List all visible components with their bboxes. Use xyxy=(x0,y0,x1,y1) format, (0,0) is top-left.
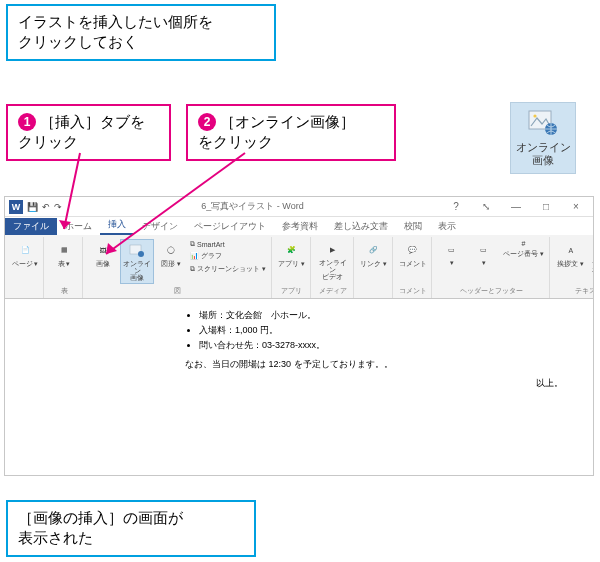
shapes-label: 図形 ▾ xyxy=(161,259,181,269)
comment-icon: 💬 xyxy=(404,241,422,259)
online-image-zoom-l1: オンライン xyxy=(516,141,571,153)
doc-paragraph: なお、当日の開場は 12:30 を予定しております。。 xyxy=(185,358,563,371)
apps-icon: 🧩 xyxy=(283,241,301,259)
ribbon-group-headerfoot: ▭ ▾ ▭ ▾ # ページ番号 ▾ ヘッダーとフッター xyxy=(434,237,550,298)
online-image-label: オンライン 画像 xyxy=(122,260,152,281)
screenshot-icon: ⧉ xyxy=(190,265,195,273)
pages-label: ページ ▾ xyxy=(12,259,39,269)
list-item: 入場料：1,000 円。 xyxy=(199,324,563,337)
footer-icon: ▭ xyxy=(475,241,493,259)
comment-button[interactable]: 💬 コメント xyxy=(398,239,428,271)
tab-design[interactable]: デザイン xyxy=(134,218,186,235)
picture-button[interactable]: 🖼 画像 xyxy=(88,239,118,284)
chart-button[interactable]: 📊 グラフ xyxy=(188,250,268,262)
video-label: オンライン ビデオ xyxy=(317,259,349,280)
smartart-icon: ⧉ xyxy=(190,240,195,248)
online-image-icon xyxy=(128,242,146,260)
tab-view[interactable]: 表示 xyxy=(430,218,464,235)
online-image-zoom-l2: 画像 xyxy=(532,154,554,166)
doc-bullet-list: 場所：文化会館 小ホール。 入場料：1,000 円。 問い合わせ先：03-327… xyxy=(185,309,563,352)
shapes-button[interactable]: ◯ 図形 ▾ xyxy=(156,239,186,284)
group-label-apps: アプリ xyxy=(277,284,307,296)
link-button[interactable]: 🔗 リンク ▾ xyxy=(359,239,389,271)
shapes-icon: ◯ xyxy=(162,241,180,259)
group-label-text: テキスト xyxy=(555,284,593,296)
ribbon-group-links: 🔗 リンク ▾ xyxy=(356,237,393,298)
svg-point-1 xyxy=(533,115,536,118)
pagenum-button[interactable]: # ページ番号 ▾ xyxy=(501,239,546,269)
tab-file[interactable]: ファイル xyxy=(5,218,57,235)
tab-layout[interactable]: ページレイアウト xyxy=(186,218,274,235)
textbox-button[interactable]: 🅰 テキスト ボックス ▾ xyxy=(589,239,593,282)
apps-label: アプリ ▾ xyxy=(278,259,305,269)
picture-label: 画像 xyxy=(96,259,110,269)
qat-save-icon[interactable]: 💾 xyxy=(27,202,38,212)
screenshot-button[interactable]: ⧉ スクリーンショット ▾ xyxy=(188,263,268,275)
textbox-label: テキスト ボックス ▾ xyxy=(590,259,593,280)
apps-button[interactable]: 🧩 アプリ ▾ xyxy=(277,239,307,271)
word-titlebar: W 💾 ↶ ↷ 6_写真やイラスト - Word ? ⤡ — □ × xyxy=(5,197,593,217)
greeting-button[interactable]: A 挨拶文 ▾ xyxy=(555,239,587,282)
step2-badge: 2 xyxy=(198,113,216,131)
word-window: W 💾 ↶ ↷ 6_写真やイラスト - Word ? ⤡ — □ × ファイル … xyxy=(4,196,594,476)
group-label-headerfoot: ヘッダーとフッター xyxy=(437,284,546,296)
tab-insert[interactable]: 挿入 xyxy=(100,216,134,235)
word-icon: W xyxy=(9,200,23,214)
doc-closing: 以上。 xyxy=(185,377,563,390)
ribbon-group-tables: ▦ 表 ▾ 表 xyxy=(46,237,83,298)
tab-mail[interactable]: 差し込み文書 xyxy=(326,218,396,235)
footer-button[interactable]: ▭ ▾ xyxy=(469,239,499,269)
close-icon[interactable]: × xyxy=(563,199,589,215)
ribbon-group-illustrations: 🖼 画像 オンライン 画像 ◯ 図形 ▾ ⧉ SmartArt xyxy=(85,237,272,298)
online-video-button[interactable]: ▶ オンライン ビデオ xyxy=(316,239,350,282)
header-label: ▾ xyxy=(450,259,454,267)
instruction-bottom-text: ［画像の挿入］の画面が 表示された xyxy=(18,509,183,546)
ribbon-group-text: A 挨拶文 ▾ 🅰 テキスト ボックス ▾ テキスト xyxy=(552,237,593,298)
group-label-illus: 図 xyxy=(88,284,268,296)
chart-icon: 📊 xyxy=(190,252,199,260)
smartart-button[interactable]: ⧉ SmartArt xyxy=(188,239,268,249)
chart-label: グラフ xyxy=(201,251,222,261)
ribbon-group-pages: 📄 ページ ▾ xyxy=(7,237,44,298)
ribbon-tabs: ファイル ホーム 挿入 デザイン ページレイアウト 参考資料 差し込み文書 校閲… xyxy=(5,217,593,235)
online-image-button[interactable]: オンライン 画像 xyxy=(120,239,154,284)
ribbon: 📄 ページ ▾ ▦ 表 ▾ 表 🖼 画像 xyxy=(5,235,593,299)
group-label-comments: コメント xyxy=(398,284,428,296)
tab-refs[interactable]: 参考資料 xyxy=(274,218,326,235)
group-label-tables: 表 xyxy=(49,284,79,296)
greeting-label: 挨拶文 ▾ xyxy=(557,259,584,269)
group-label-links xyxy=(359,294,389,296)
step2-callout: 2［オンライン画像］ をクリック xyxy=(186,104,396,161)
maximize-icon[interactable]: □ xyxy=(533,199,559,215)
screenshot-label: スクリーンショット ▾ xyxy=(197,264,266,274)
pages-button[interactable]: 📄 ページ ▾ xyxy=(10,239,40,271)
group-label-pages xyxy=(10,294,40,296)
ribbon-display-options-icon[interactable]: ⤡ xyxy=(473,199,499,215)
help-icon[interactable]: ? xyxy=(443,199,469,215)
ribbon-group-media: ▶ オンライン ビデオ メディア xyxy=(313,237,354,298)
video-icon: ▶ xyxy=(324,241,342,259)
step1-badge: 1 xyxy=(18,113,36,131)
ribbon-group-comments: 💬 コメント コメント xyxy=(395,237,432,298)
qat-undo-icon[interactable]: ↶ xyxy=(42,202,50,212)
minimize-icon[interactable]: — xyxy=(503,199,529,215)
page-icon: 📄 xyxy=(16,241,34,259)
qat-redo-icon[interactable]: ↷ xyxy=(54,202,62,212)
svg-point-4 xyxy=(138,251,144,257)
header-button[interactable]: ▭ ▾ xyxy=(437,239,467,269)
step1-text: ［挿入］タブを クリック xyxy=(18,113,145,150)
comment-label: コメント xyxy=(399,259,427,269)
step2-text: ［オンライン画像］ をクリック xyxy=(198,113,355,150)
tab-home[interactable]: ホーム xyxy=(57,218,100,235)
table-icon: ▦ xyxy=(55,241,73,259)
instruction-top: イラストを挿入したい個所を クリックしておく xyxy=(6,4,276,61)
instruction-bottom: ［画像の挿入］の画面が 表示された xyxy=(6,500,256,557)
document-area[interactable]: 場所：文化会館 小ホール。 入場料：1,000 円。 問い合わせ先：03-327… xyxy=(5,299,593,475)
group-label-media: メディア xyxy=(316,284,350,296)
step1-callout: 1［挿入］タブを クリック xyxy=(6,104,171,161)
online-image-zoom: オンライン 画像 xyxy=(510,102,576,174)
tab-review[interactable]: 校閲 xyxy=(396,218,430,235)
list-item: 問い合わせ先：03-3278-xxxx。 xyxy=(199,339,563,352)
table-button[interactable]: ▦ 表 ▾ xyxy=(49,239,79,271)
smartart-label: SmartArt xyxy=(197,241,225,248)
